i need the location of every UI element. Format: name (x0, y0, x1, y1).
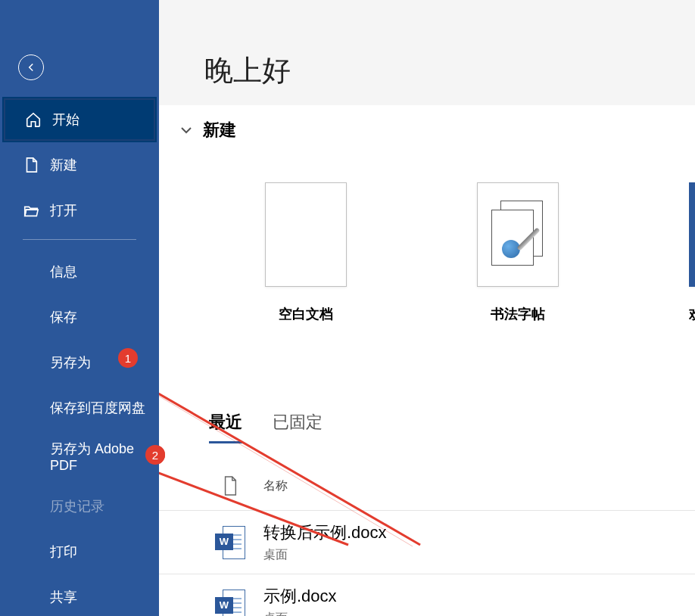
file-row[interactable]: W 转换后示例.docx 桌面 (159, 511, 695, 574)
sidebar-item-label: 打印 (50, 543, 77, 561)
sidebar-item-save[interactable]: 保存 (0, 294, 159, 340)
templates-row: 空白文档 书法字帖 欢 (159, 182, 695, 323)
template-thumb (477, 182, 559, 287)
template-label: 欢 (689, 305, 695, 323)
file-name: 示例.docx (263, 585, 337, 608)
annotation-badge-2: 2 (145, 445, 165, 465)
sidebar-item-start[interactable]: 开始 (2, 97, 157, 142)
chevron-down-icon (177, 121, 195, 139)
annotation-badge-1: 1 (118, 348, 138, 368)
file-name: 转换后示例.docx (263, 521, 387, 544)
home-icon (25, 111, 42, 128)
file-location: 桌面 (263, 547, 387, 563)
column-name: 名称 (263, 478, 288, 494)
greeting-title: 晚上好 (204, 51, 695, 90)
sidebar-item-label: 开始 (52, 110, 79, 129)
back-button[interactable] (18, 54, 44, 80)
sidebar-divider (23, 239, 136, 240)
section-label: 新建 (203, 119, 236, 142)
new-section-header[interactable]: 新建 (159, 105, 695, 155)
list-header[interactable]: 名称 (159, 457, 695, 511)
sidebar: 开始 新建 打开 信息 保存 另存为 保存到百度网盘 另存为 Adob (0, 0, 159, 616)
sidebar-item-label: 历史记录 (50, 497, 104, 515)
template-partial[interactable]: 欢 (689, 182, 695, 323)
template-label: 书法字帖 (491, 305, 545, 323)
sidebar-item-label: 打开 (50, 201, 77, 219)
sidebar-item-label: 保存 (50, 308, 77, 326)
template-blank[interactable]: 空白文档 (265, 182, 347, 323)
template-thumb (689, 182, 695, 287)
sidebar-item-label: 另存为 Adobe PDF (50, 440, 159, 474)
sidebar-item-label: 保存到百度网盘 (50, 399, 145, 417)
sidebar-item-label: 信息 (50, 263, 77, 281)
sidebar-item-label: 共享 (50, 588, 77, 606)
sidebar-item-print[interactable]: 打印 (0, 529, 159, 574)
sidebar-item-save-baidu[interactable]: 保存到百度网盘 (0, 385, 159, 431)
sidebar-item-info[interactable]: 信息 (0, 249, 159, 294)
folder-open-icon (23, 202, 39, 219)
file-location: 桌面 (263, 611, 337, 616)
sidebar-item-save-adobe-pdf[interactable]: 另存为 Adobe PDF (0, 431, 159, 484)
sidebar-item-open[interactable]: 打开 (0, 188, 159, 233)
word-doc-icon: W (215, 526, 245, 559)
file-outline-icon (218, 475, 242, 496)
tab-pinned[interactable]: 已固定 (273, 411, 323, 443)
calligraphy-icon (491, 201, 544, 269)
file-icon (23, 157, 39, 173)
sidebar-item-share[interactable]: 共享 (0, 574, 159, 616)
tabs: 最近 已固定 (209, 411, 695, 443)
file-row[interactable]: W 示例.docx 桌面 (159, 574, 695, 616)
sidebar-item-label: 另存为 (50, 353, 91, 372)
sidebar-item-new[interactable]: 新建 (0, 142, 159, 188)
sidebar-item-label: 新建 (50, 156, 77, 174)
template-label: 空白文档 (279, 305, 333, 323)
template-thumb (265, 182, 347, 287)
main-area: 晚上好 新建 空白文档 书 (159, 0, 695, 616)
arrow-left-icon (24, 61, 38, 74)
tab-recent[interactable]: 最近 (209, 411, 242, 443)
sidebar-item-history: 历史记录 (0, 484, 159, 529)
word-doc-icon: W (215, 590, 245, 617)
template-calligraphy[interactable]: 书法字帖 (477, 182, 559, 323)
